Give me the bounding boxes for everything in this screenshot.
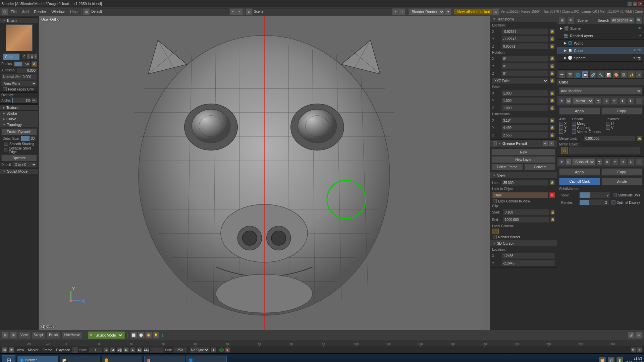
axis-z-checkbox[interactable]	[559, 130, 563, 134]
front-faces-checkbox[interactable]	[3, 87, 7, 91]
maximize-button[interactable]: □	[633, 1, 637, 6]
lock-object-remove[interactable]: ×	[549, 192, 555, 198]
collapse-checkbox[interactable]	[4, 148, 7, 152]
brush-menu-btn[interactable]: Brush	[47, 331, 60, 339]
lens-input[interactable]: 35.000	[501, 180, 548, 186]
gp-convert-btn[interactable]: Convert	[524, 164, 556, 170]
outliner-renderlayers-item[interactable]: 📷 RenderLayers ✏	[557, 32, 644, 40]
props-particles-tab[interactable]: ✨	[628, 71, 635, 78]
mirror-camera-icon[interactable]: 📷	[595, 98, 602, 104]
taskbar-app5[interactable]: 🔵	[186, 356, 227, 362]
alpha-slider[interactable]: 1%	[11, 98, 32, 103]
start-frame-input[interactable]: 1	[89, 347, 102, 353]
menu-add[interactable]: Add	[19, 7, 32, 16]
sync-drop-icon[interactable]: ▼	[211, 347, 216, 353]
subsurf-expand-icon[interactable]: ⬆	[620, 159, 626, 165]
loc-x-lock[interactable]: 🔒	[549, 29, 555, 34]
subsurf-delete-icon[interactable]: ×	[636, 159, 642, 165]
gp-delete-frame-btn[interactable]: Delete Frame	[491, 164, 523, 170]
rot-x-input[interactable]: X: 0°	[501, 56, 548, 62]
view-menu-btn[interactable]: View	[18, 331, 30, 339]
lock-object-input[interactable]: Cube	[492, 192, 548, 198]
outliner-search-btn[interactable]: Search	[597, 18, 609, 22]
rot-y-lock[interactable]: 🔒	[549, 63, 555, 69]
dim-y-lock[interactable]: 🔒	[549, 125, 555, 130]
axis-x-checkbox[interactable]	[559, 122, 563, 126]
next-keyframe-btn[interactable]: ▶|	[137, 347, 142, 353]
gp-settings-icon[interactable]: ✏	[543, 141, 548, 146]
scene-input[interactable]: Scene	[253, 8, 392, 15]
brush-preview[interactable]: ✓	[6, 24, 33, 51]
axis-y-checkbox[interactable]	[559, 126, 563, 130]
dim-x-input[interactable]: X: 3.184	[501, 117, 548, 123]
layout-add-icon[interactable]: +	[229, 8, 236, 15]
taskbar-filemanager[interactable]: 📁	[60, 356, 100, 362]
outliner-sphere-item[interactable]: ▶ ⚪ Sphere 👁 📷	[557, 54, 644, 62]
menu-render[interactable]: Render	[31, 7, 49, 16]
view-offset-warning[interactable]: View offset is locked	[454, 9, 492, 14]
warning-icon[interactable]: ⚠	[492, 8, 499, 15]
sphere-render-icon[interactable]: 📷	[637, 56, 641, 60]
props-constraints-tab[interactable]: 🔗	[589, 71, 596, 78]
simple-btn[interactable]: Simple	[601, 178, 642, 185]
layout-remove-icon[interactable]: ×	[236, 8, 243, 15]
cursor-header[interactable]: ▼ 3D Cursor	[490, 240, 557, 246]
props-world-tab[interactable]: 🌐	[574, 71, 581, 78]
scale-x-lock[interactable]: 🔒	[549, 90, 555, 96]
loc-y-lock[interactable]: 🔒	[549, 36, 555, 42]
clip-start-input[interactable]: 0.100	[503, 209, 549, 215]
stroke-header[interactable]: ▶ Stroke	[0, 110, 38, 116]
view2-icon[interactable]: ⊟	[246, 8, 253, 15]
mirror-apply-btn[interactable]: Apply	[559, 107, 600, 115]
tool-close-icon[interactable]: ×	[34, 54, 37, 59]
subsurf-apply-btn[interactable]: Apply	[559, 168, 600, 176]
loc-z-lock[interactable]: 🔒	[549, 44, 555, 49]
subsurf-camera-icon[interactable]: 📷	[596, 159, 603, 165]
enable-dynamic-btn[interactable]: Enable Dynamic	[1, 128, 37, 135]
props-scene-tab[interactable]: 🎬	[566, 71, 573, 78]
menu-window[interactable]: Window	[49, 7, 67, 16]
tl-marker-btn[interactable]: Marker	[27, 347, 40, 353]
bb-icon1[interactable]: ⊞	[2, 332, 9, 339]
radius-slider[interactable]: 50	[14, 61, 30, 67]
local-camera-icon[interactable]	[492, 229, 499, 234]
start-button[interactable]: ⊞	[2, 355, 15, 362]
hidemask-menu-btn[interactable]: Hide/Mask	[61, 331, 82, 339]
cube-render-icon[interactable]: 📷	[637, 49, 641, 52]
props-modifiers-tab[interactable]: 🔧	[597, 71, 604, 78]
snap-icon[interactable]: 🔗	[628, 332, 635, 339]
outliner-world-item[interactable]: ▶ 🌐 World	[557, 40, 644, 47]
clipping-checkbox[interactable]	[572, 126, 576, 130]
mirror-render-icon[interactable]: 🖥	[603, 98, 610, 104]
mirror-expand-icon[interactable]: ⬆	[619, 98, 626, 104]
rot-y-input[interactable]: Y: 0°	[501, 63, 548, 69]
blender-logo[interactable]: ⬡	[1, 8, 8, 15]
scene-eye-icon[interactable]: 👁	[638, 26, 641, 30]
clip-end-lock[interactable]: 🔒	[550, 217, 555, 222]
menu-help[interactable]: Help	[67, 7, 80, 16]
optimize-btn[interactable]: Optimize	[1, 155, 37, 161]
gp-new-layer-btn[interactable]: New Layer	[491, 156, 555, 163]
optimal-display-checkbox[interactable]	[611, 200, 615, 204]
cube-eye-icon[interactable]: 👁	[633, 49, 637, 52]
mode-select[interactable]: Sculpt Mode	[93, 331, 123, 339]
battery-icon[interactable]: 🔋	[616, 357, 623, 362]
sculpt-mode-header[interactable]: ▼ Sculpt Mode	[0, 168, 38, 174]
view-subdiv-slider[interactable]: 2	[579, 192, 610, 198]
alpha-icon[interactable]: ✏	[32, 98, 37, 103]
grab-tool-btn[interactable]: Grab	[3, 53, 20, 60]
euler-lock[interactable]: 🔒	[550, 78, 555, 83]
scale-x-input[interactable]: X: 1.000	[501, 90, 548, 96]
dim-z-lock[interactable]: 🔒	[549, 132, 555, 138]
mirror-edit-icon[interactable]: ✏	[611, 98, 618, 104]
u-checkbox[interactable]	[606, 122, 610, 126]
sphere-eye-icon[interactable]: 👁	[633, 56, 637, 60]
scale-z-input[interactable]: Z: 1.000	[501, 105, 548, 111]
render-subdiv-slider[interactable]: 2	[579, 199, 609, 205]
dim-x-lock[interactable]: 🔒	[549, 118, 555, 123]
detail-size-slider[interactable]: 30	[20, 136, 36, 141]
topology-header[interactable]: ▼ Topology	[0, 122, 38, 127]
audio-icon[interactable]	[219, 348, 224, 352]
rot-x-lock[interactable]: 🔒	[549, 56, 555, 61]
tl-record-icon[interactable]: ⚫	[72, 347, 78, 353]
